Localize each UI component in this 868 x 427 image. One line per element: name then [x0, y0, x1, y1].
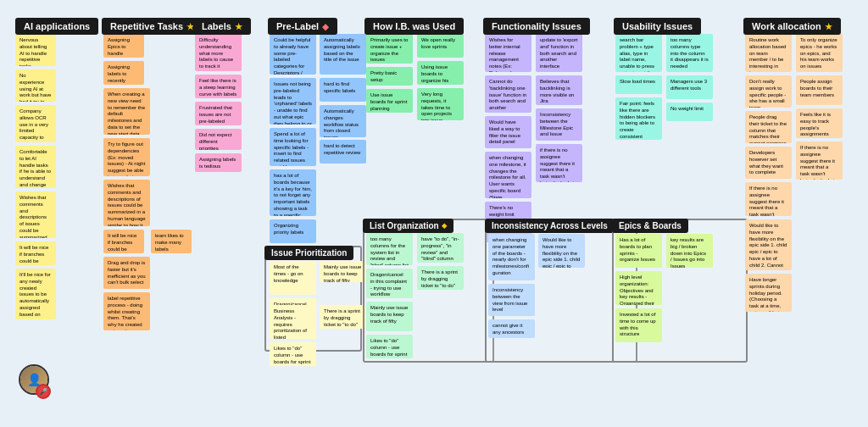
sticky-note: Feel like there is a steep learning curv… — [195, 75, 242, 98]
sticky-note: Slow load times — [615, 75, 662, 94]
sticky-note: hard to find specific labels — [320, 78, 366, 102]
sticky-note: Using issue boards to organize his team — [417, 61, 464, 85]
diamond-icon: ◆ — [322, 22, 329, 31]
sticky-note: hard to detect repetitive review — [320, 140, 366, 164]
header-functionality[interactable]: Functionality Issues — [483, 18, 590, 35]
sticky-note: Most of the times - go on knowledge — [270, 261, 316, 295]
sticky-note: learn likes to make many labels — [151, 230, 192, 253]
sticky-note: Wishes for better internal release manag… — [485, 34, 531, 72]
section-title: Epics & Boards — [619, 221, 682, 230]
sticky-note: Dragon/cancel in this complaint - trying… — [366, 269, 413, 298]
sticky-note: No weight limit — [666, 103, 713, 121]
sticky-note: Inconsistency between the view from issu… — [488, 284, 535, 316]
sticky-note: Comfortable to let AI handle tasks if he… — [15, 146, 56, 188]
sticky-note: has a lot of boards because it's a key f… — [270, 169, 316, 216]
sticky-note: To only organize epics - he works on epi… — [796, 34, 843, 72]
section-title: Inconsistency Across Levels — [492, 221, 608, 230]
header-labels[interactable]: Labels ★ — [193, 18, 251, 35]
sticky-note: Drag and drop is faster but it's ineffic… — [103, 257, 150, 289]
header-ai-apps[interactable]: AI applications — [15, 18, 98, 35]
sticky-note: People assign boards to their team membe… — [796, 75, 843, 105]
sticky-note: Routine work allocation based on team me… — [745, 34, 792, 72]
sticky-note: Would have liked a way to filter the iss… — [485, 116, 531, 148]
sticky-note: Mainly use issue boards to keep track of… — [366, 302, 413, 331]
sticky-note: Believes that backlinking is more visibl… — [536, 75, 582, 105]
sticky-note: Feels like it is easy to track people's … — [796, 108, 843, 138]
sticky-note: Company allows OCR use in a very limited… — [15, 105, 56, 142]
sticky-note: Nervous about telling AI to handle repet… — [15, 34, 56, 66]
sticky-note: Assigning Epics to handle repetitive tas… — [103, 34, 144, 58]
sticky-note: Invested a lot of time to come up with t… — [615, 308, 662, 342]
sticky-note: No experience using AI at work but have … — [15, 69, 56, 102]
header-repetitive-tasks-label: Repetitive Tasks — [110, 21, 183, 31]
sticky-note: Did not expect different priorities — [195, 129, 242, 150]
header-ai-apps-label: AI applications — [24, 21, 90, 31]
sticky-note: Has a lot of boards to plan sprints - or… — [615, 234, 662, 268]
section-title: List Organization — [370, 221, 439, 230]
sticky-note: Organizing priority labels — [270, 219, 316, 243]
header-functionality-label: Functionality Issues — [492, 21, 581, 31]
sticky-note: We open really love sprints — [417, 34, 464, 58]
header-work-allocation[interactable]: Work allocation ★ — [743, 18, 841, 35]
sticky-note: if there is no assignee suggest there it… — [536, 144, 582, 182]
sticky-note: Developers however set what they want to… — [745, 147, 792, 179]
header-how-ib[interactable]: How I.B. was Used — [364, 18, 464, 35]
sticky-note: Likes to "do" column - use boards for sp… — [270, 342, 316, 366]
sticky-note: Inconsistency between the Milestone Epic… — [536, 108, 582, 141]
sticky-note: It will be nice if branches could be att… — [15, 241, 56, 265]
header-pre-label-label: Pre-Label — [276, 21, 319, 31]
sticky-note: If there is no assignee suggest there it… — [796, 141, 843, 180]
sticky-note: When creating a new view need to remembe… — [103, 88, 150, 135]
sticky-note: It will be nice if branches could be att… — [103, 230, 144, 253]
sticky-note: Business Analysis - requires prioritizat… — [270, 305, 316, 339]
sticky-note: Would like to have more flexibility on t… — [745, 219, 792, 270]
sticky-note: when changing one milestone, it changes … — [485, 152, 531, 198]
sticky-note: There's no weight limit — [485, 202, 531, 220]
sticky-note: There is a sprint by dragging ticket to … — [320, 305, 366, 329]
sticky-note: Have longer sprints during holiday perio… — [745, 274, 792, 312]
sticky-note: Assigning labels to recently added follo… — [103, 61, 144, 85]
sticky-note: It'll be nice for any newly created issu… — [15, 269, 56, 319]
sticky-note: If there is no assignee suggest there it… — [745, 182, 792, 216]
sticky-note: Mainly use issue boards to keep track of… — [320, 261, 366, 282]
sticky-note: Automatically changes workflow status fr… — [320, 105, 366, 137]
header-usability[interactable]: Usability Issues — [614, 18, 701, 35]
star-icon: ◆ — [442, 222, 447, 230]
section-label-inconsistency: Inconsistency Across Levels — [485, 219, 615, 233]
sticky-note: High level organization: Objectives and … — [615, 271, 662, 305]
sticky-note: People drag their ticket to the column t… — [745, 111, 792, 143]
sticky-note: have "to do", "in-progress", "in review"… — [417, 233, 464, 263]
sticky-note: Wishes that comments and descriptions of… — [103, 180, 150, 226]
section-label-epics-boards: Epics & Boards — [612, 219, 688, 233]
section-title: Issue Prioritization — [271, 248, 347, 258]
sticky-note: Wishes that comments and descriptions of… — [15, 191, 56, 238]
sticky-note: Cannot do 'backlinking one issue' functi… — [485, 75, 531, 113]
header-work-allocation-label: Work allocation — [752, 21, 821, 31]
sticky-note: Spend a lot of time looking for specific… — [270, 128, 316, 166]
sticky-note: Very long requests, it takes time to ope… — [417, 88, 464, 120]
sticky-note: Pretty basic setup — [366, 67, 413, 86]
sticky-note: Frustrated that issues are not pre-label… — [195, 102, 242, 125]
sticky-note: Issues not being pre-labeled leads to 'o… — [270, 78, 316, 125]
header-how-ib-label: How I.B. was Used — [373, 21, 455, 31]
sticky-note: Difficulty understanding what more label… — [195, 34, 242, 71]
sticky-note: Fair point: feels like there are hidden … — [615, 97, 662, 140]
sticky-note: when changing one parameter of the board… — [488, 234, 535, 280]
header-usability-label: Usability Issues — [622, 21, 693, 31]
mic-button[interactable]: 🎤 — [36, 384, 51, 399]
sticky-note: Try to figure out dependencies (Ex: move… — [103, 138, 150, 176]
star-icon: ★ — [825, 22, 832, 31]
header-pre-label[interactable]: Pre-Label ◆ — [268, 18, 337, 35]
sticky-note: too many columns for the system list in … — [366, 233, 413, 265]
sticky-note: Managers use 3 different tools — [666, 75, 713, 99]
sticky-note: Use issue boards for sprint planning — [366, 89, 413, 113]
main-canvas: AI applications Repetitive Tasks ★ Label… — [0, 0, 868, 427]
sticky-note: Could be helpful to already have some pr… — [270, 34, 316, 75]
sticky-note: Automatically assigning labels based on … — [320, 34, 366, 75]
sticky-note: label repetitive process - doing whilst … — [103, 292, 150, 330]
header-repetitive-tasks[interactable]: Repetitive Tasks ★ — [102, 18, 203, 35]
sticky-note: Assigning labels is tedious — [195, 153, 242, 172]
section-label-list-org: List Organization ◆ — [363, 219, 453, 233]
sticky-note: Primarily uses to create issue + organiz… — [366, 34, 413, 64]
header-labels-label: Labels — [202, 21, 231, 31]
